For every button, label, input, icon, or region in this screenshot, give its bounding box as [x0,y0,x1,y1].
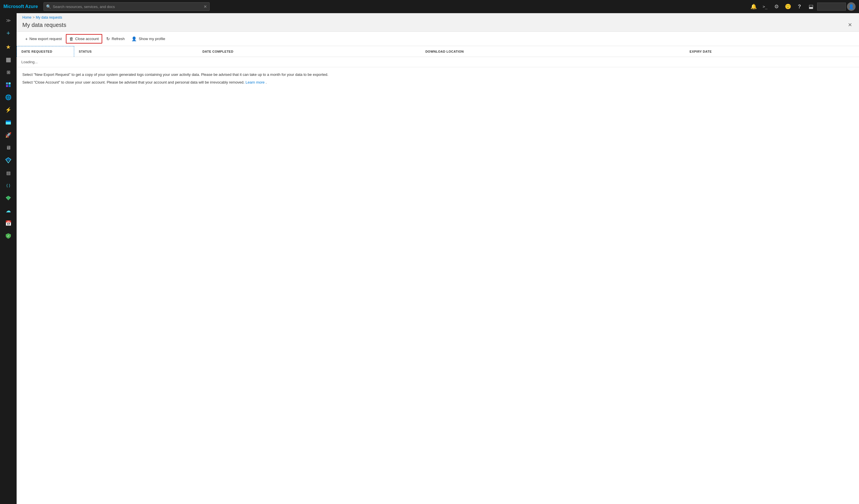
svg-rect-0 [6,82,8,85]
sidebar-item-dashboard[interactable]: ▦ [2,54,14,65]
create-resource-button[interactable]: + [4,27,13,39]
page-header: Home > My data requests My data requests… [17,13,859,32]
requests-table: DATE REQUESTED STATUS DATE COMPLETED DOW… [17,46,859,67]
new-export-label: New export request [30,37,62,41]
sidebar-item-all-services[interactable]: ⊞ [2,66,14,78]
page-title: My data requests [22,22,66,28]
sidebar-item-storage[interactable] [2,117,14,128]
info-line1: Select "New Export Request" to get a cop… [22,72,853,78]
plus-icon: + [25,36,28,41]
col-header-date-completed: DATE COMPLETED [198,46,421,57]
breadcrumb-separator: > [33,15,35,19]
col-header-date-requested: DATE REQUESTED [17,46,74,57]
azure-logo: Microsoft Azure [3,4,38,9]
data-table-container: DATE REQUESTED STATUS DATE COMPLETED DOW… [17,46,859,504]
info-section: Select "New Export Request" to get a cop… [17,67,859,92]
breadcrumb: Home > My data requests [22,15,853,19]
learn-more-link[interactable]: Learn more [246,80,265,85]
sidebar-item-rocket[interactable]: 🚀 [2,129,14,141]
refresh-button[interactable]: ↻ Refresh [103,35,128,43]
show-profile-label: Show my profile [139,37,165,41]
sidebar-item-monitor[interactable]: 🖥 [2,142,14,154]
portal-button[interactable]: ⬓ [806,1,816,12]
new-export-request-button[interactable]: + New export request [22,35,65,43]
sidebar-item-layers[interactable]: ▤ [2,167,14,179]
col-header-status: STATUS [74,46,198,57]
svg-rect-2 [6,85,8,87]
feedback-button[interactable]: 🙂 [783,1,793,12]
col-header-expiry-date: EXPIRY DATE [685,46,859,57]
show-profile-button[interactable]: 👤 Show my profile [129,35,168,43]
page-title-row: My data requests ✕ [22,20,853,31]
sidebar-item-bolt[interactable]: ⚡ [2,104,14,116]
search-icon: 🔍 [46,4,51,9]
sidebar-item-cloud[interactable]: ☁ [2,205,14,217]
breadcrumb-home[interactable]: Home [22,15,31,19]
info-line2-before: Select "Close Account" to close your use… [22,80,244,85]
sidebar-item-gem[interactable] [2,192,14,204]
col-header-download-location: DOWNLOAD LOCATION [421,46,685,57]
nav-icons-group: 🔔 >_ ⚙ 🙂 ? ⬓ 👤 [749,1,856,12]
notifications-button[interactable]: 🔔 [749,1,759,12]
profile-icon: 👤 [132,36,137,42]
sidebar: ≫ + ★ ▦ ⊞ 🌐 ⚡ 🚀 🖥 ▤ ⟨⟩ ☁ 📅 ✓ [0,13,17,504]
close-account-button[interactable]: 🗑 Close account [66,34,102,44]
toolbar: + New export request 🗑 Close account ↻ R… [17,32,859,46]
svg-text:✓: ✓ [7,235,10,238]
top-navigation: Microsoft Azure 🔍 ✕ 🔔 >_ ⚙ 🙂 ? ⬓ 👤 [0,0,859,13]
search-input[interactable] [53,4,202,9]
close-page-button[interactable]: ✕ [847,20,853,29]
sidebar-item-favorites[interactable]: ★ [2,41,14,53]
username-box[interactable] [817,3,846,11]
avatar[interactable]: 👤 [847,2,856,11]
sidebar-expand-button[interactable]: ≫ [4,15,13,26]
refresh-label: Refresh [112,37,125,41]
search-bar[interactable]: 🔍 ✕ [44,2,210,11]
sidebar-item-shield[interactable]: ✓ [2,230,14,242]
trash-icon: 🗑 [69,36,74,41]
sidebar-item-calendar[interactable]: 📅 [2,217,14,229]
help-button[interactable]: ? [794,1,804,12]
cloud-shell-button[interactable]: >_ [760,1,770,12]
refresh-icon: ↻ [106,36,110,42]
svg-rect-5 [6,121,11,122]
settings-button[interactable]: ⚙ [771,1,782,12]
loading-text: Loading... [17,57,859,67]
svg-rect-1 [9,82,11,85]
search-clear-icon[interactable]: ✕ [204,4,207,9]
main-layout: ≫ + ★ ▦ ⊞ 🌐 ⚡ 🚀 🖥 ▤ ⟨⟩ ☁ 📅 ✓ [0,13,859,504]
sidebar-item-globe[interactable]: 🌐 [2,91,14,103]
content-area: Home > My data requests My data requests… [17,13,859,504]
sidebar-item-diamond[interactable] [2,154,14,166]
info-line2-after: . [266,80,267,85]
sidebar-item-code[interactable]: ⟨⟩ [2,180,14,192]
breadcrumb-current[interactable]: My data requests [36,15,62,19]
svg-rect-3 [9,85,11,87]
info-line2: Select "Close Account" to close your use… [22,79,853,86]
table-row-loading: Loading... [17,57,859,67]
sidebar-item-resource-groups[interactable] [2,79,14,91]
close-account-label: Close account [75,37,99,41]
